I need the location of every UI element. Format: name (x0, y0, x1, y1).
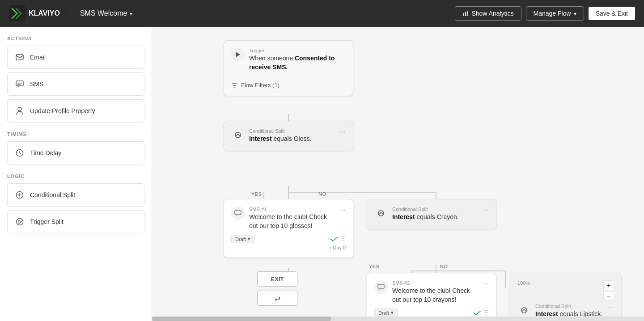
actions-section-title: ACTIONS (7, 36, 144, 41)
branch-no-right: NO (440, 264, 448, 269)
sidebar-trigger-split-label: Trigger Split (30, 218, 64, 225)
sidebar-time-delay-label: Time Delay (30, 149, 61, 156)
sidebar-item-conditional-split[interactable]: Conditional Split (7, 183, 144, 207)
logo: KLAVIYO (9, 5, 60, 21)
svg-rect-27 (235, 211, 241, 215)
cond-split-right-label: Conditional Split (392, 207, 459, 212)
cond-split-main-text: Interest equals Gloss. (249, 135, 311, 144)
sms1-day-badge: ↑ Day 0 (231, 245, 346, 250)
main-layout: ACTIONS Email SMS (0, 0, 644, 321)
svg-point-36 (521, 308, 527, 313)
trigger-split-icon (15, 217, 25, 227)
svg-rect-4 (16, 55, 23, 60)
sms1-more-button[interactable]: ··· (340, 207, 346, 214)
cond-split-main-more-button[interactable]: ··· (340, 128, 346, 135)
cond-split-right-header: Conditional Split Interest equals Crayon… (374, 207, 489, 222)
cond-split-right-text: Interest equals Crayon. (392, 213, 459, 222)
klaviyo-logo-icon (9, 5, 25, 21)
sms2-node[interactable]: SMS #2 Welcome to the club! Check out ou… (367, 273, 496, 321)
sms2-footer-icons (474, 310, 489, 316)
header-actions: Show Analytics Manage Flow Save & Exit (455, 6, 635, 21)
scrollbar-thumb[interactable] (152, 317, 331, 321)
branch-yes-right: YES (369, 264, 380, 269)
sidebar-conditional-split-label: Conditional Split (30, 191, 75, 199)
analytics-icon (462, 10, 469, 17)
sms1-node[interactable]: SMS #1 Welcome to the club! Check out ou… (224, 199, 353, 258)
sms1-footer-icons (330, 236, 346, 242)
zoom-out-button[interactable]: − (603, 291, 614, 301)
cond-split-far-more-button[interactable]: ··· (608, 304, 614, 311)
sms1-icon (231, 207, 245, 220)
sidebar-item-time-delay[interactable]: Time Delay (7, 141, 144, 165)
sidebar-item-trigger-split[interactable]: Trigger Split (7, 210, 144, 233)
logo-text: KLAVIYO (29, 9, 60, 17)
sms2-draft-badge[interactable]: Draft ▾ (374, 308, 398, 317)
timing-section-title: TIMING (7, 131, 144, 137)
clock-icon (15, 148, 25, 158)
trigger-text: When someone Consented to receive SMS. (249, 54, 346, 72)
sidebar-sms-label: SMS (30, 80, 43, 88)
sidebar-item-email[interactable]: Email (7, 46, 144, 69)
sms2-more-button[interactable]: ··· (483, 280, 489, 287)
user-icon (15, 106, 25, 116)
trigger-icon (231, 48, 245, 61)
logic-section-title: LOGIC (7, 173, 144, 179)
cond-split-far-label: Conditional Split (535, 304, 602, 309)
sms1-draft-badge[interactable]: Draft ▾ (231, 235, 254, 243)
sms1-header: SMS #1 Welcome to the club! Check out ou… (231, 207, 346, 230)
cond-split-main-content: Conditional Split Interest equals Gloss. (249, 128, 311, 144)
branch-no-main: NO (318, 191, 326, 197)
svg-marker-22 (236, 52, 240, 57)
filter-icon (231, 83, 237, 88)
redirect-box[interactable]: ⇄ (257, 291, 297, 306)
sms2-text: Welcome to the club! Check out our top 1… (392, 287, 479, 304)
manage-flow-dropdown-icon (574, 10, 576, 17)
cond-split-main-node[interactable]: Conditional Split Interest equals Gloss.… (224, 121, 353, 151)
svg-rect-1 (463, 13, 464, 16)
flow-title-text: SMS Welcome (80, 9, 127, 17)
save-exit-button[interactable]: Save & Exit (589, 7, 635, 20)
sms1-filter-icon (340, 236, 346, 242)
zoom-indicator: 100% (517, 280, 530, 286)
sidebar-item-update-profile[interactable]: Update Profile Property (7, 99, 144, 122)
trigger-node-header: Trigger When someone Consented to receiv… (231, 48, 346, 72)
zoom-in-button[interactable]: + (603, 280, 614, 290)
svg-rect-2 (465, 12, 466, 16)
sidebar-update-profile-label: Update Profile Property (30, 107, 95, 114)
sms2-check-icon (474, 310, 481, 316)
cond-split-main-icon (231, 128, 245, 142)
sms2-content: SMS #2 Welcome to the club! Check out ou… (392, 280, 479, 304)
sms2-icon (374, 280, 388, 294)
email-icon (15, 52, 25, 62)
cond-split-right-node[interactable]: Conditional Split Interest equals Crayon… (367, 199, 496, 229)
sms2-header: SMS #2 Welcome to the club! Check out ou… (374, 280, 489, 304)
cond-split-right-icon (374, 207, 388, 220)
sms1-check-icon (330, 237, 338, 242)
trigger-content: Trigger When someone Consented to receiv… (249, 48, 346, 72)
svg-point-31 (378, 211, 384, 216)
sms2-footer: Draft ▾ (374, 308, 489, 317)
canvas-inner: Trigger When someone Consented to receiv… (170, 40, 617, 321)
scrollbar-track (152, 317, 644, 321)
svg-rect-3 (467, 11, 468, 16)
sms2-filter-icon (483, 310, 489, 316)
trigger-node[interactable]: Trigger When someone Consented to receiv… (224, 40, 353, 96)
sms1-label: SMS #1 (249, 207, 335, 212)
show-analytics-button[interactable]: Show Analytics (455, 6, 521, 21)
sms1-content: SMS #1 Welcome to the club! Check out ou… (249, 207, 335, 230)
cond-split-right-more-button[interactable]: ··· (483, 207, 489, 214)
flow-title-dropdown-icon[interactable] (130, 9, 132, 17)
flow-filters-text: Flow Filters (1) (241, 82, 280, 89)
svg-point-11 (17, 219, 23, 225)
cond-split-far-node[interactable]: 100% + − Conditional Split (510, 273, 622, 321)
trigger-label: Trigger (249, 48, 346, 53)
sidebar-item-sms[interactable]: SMS (7, 72, 144, 96)
sms1-footer: Draft ▾ (231, 235, 346, 243)
sms2-label: SMS #2 (392, 280, 479, 286)
manage-flow-button[interactable]: Manage Flow (526, 6, 584, 21)
sms1-text: Welcome to the club! Check out our top 1… (249, 213, 335, 230)
cond-split-far-icon (517, 304, 531, 317)
flow-filters[interactable]: Flow Filters (1) (231, 77, 346, 89)
flow-title-container: SMS Welcome (71, 9, 133, 17)
exit-box[interactable]: EXIT (257, 271, 297, 287)
